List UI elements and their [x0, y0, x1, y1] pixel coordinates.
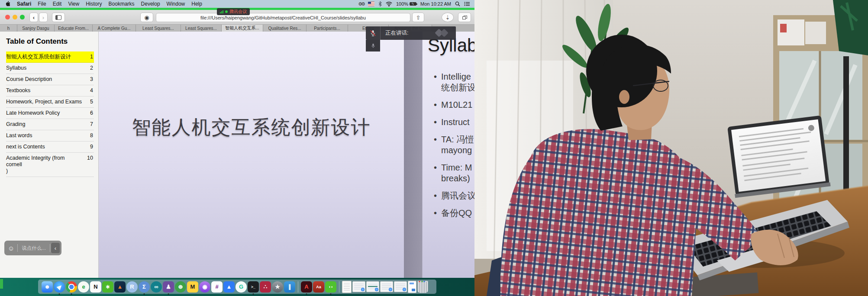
dock-sigma-app-icon[interactable]: Σ — [139, 281, 150, 293]
menu-safari[interactable]: Safari — [17, 1, 31, 7]
menu-bar: SafariFileEditViewHistoryBookmarksDevelo… — [0, 0, 474, 8]
dock-slack-icon[interactable]: # — [211, 281, 223, 293]
dock-window-thumbnail-icon[interactable] — [394, 281, 407, 292]
downloads-button[interactable]: ⇣ — [442, 13, 454, 22]
dock-terminal-icon[interactable]: >_ — [248, 281, 259, 293]
toc-item-1[interactable]: 智能人机交互系统创新设计1 — [6, 51, 94, 63]
dock-trello-icon[interactable]: ∥ — [284, 281, 295, 293]
menu-bookmarks[interactable]: Bookmarks — [109, 1, 135, 7]
tab-1[interactable]: Sanjoy Dasgu — [17, 25, 55, 32]
toc-item-page: 9 — [85, 144, 93, 150]
chat-collapse-button[interactable]: ‹ — [51, 243, 60, 253]
input-language-flag-icon[interactable] — [368, 2, 374, 6]
dock-acrobat-icon[interactable]: A — [301, 281, 312, 293]
gear-icon[interactable]: ⚙⚙ — [358, 1, 364, 7]
now-speaking-overlay[interactable]: 正在讲话: — [366, 26, 456, 40]
shared-desktop: SafariFileEditViewHistoryBookmarksDevelo… — [0, 0, 474, 296]
dock-arduino-icon[interactable]: ∞ — [151, 281, 162, 293]
menu-history[interactable]: History — [86, 1, 102, 7]
slide-bullet-1: •Intellige统创新设 — [434, 71, 474, 93]
window-zoom-button[interactable] — [20, 15, 25, 19]
dock-mindmap-app-icon[interactable]: ∗ — [102, 281, 113, 293]
toc-item-8[interactable]: Last words8 — [6, 130, 94, 142]
toc-item-page: 8 — [85, 132, 93, 139]
toc-list: 智能人机交互系统创新设计1Syllabus2Course Description… — [6, 51, 94, 177]
back-button[interactable]: ‹ — [29, 13, 38, 22]
menu-develop[interactable]: Develop — [141, 1, 160, 7]
dock-window-thumbnail-icon[interactable] — [380, 281, 393, 292]
toc-item-9[interactable]: next is Contents9 — [6, 142, 94, 153]
apple-logo-icon[interactable] — [5, 1, 11, 7]
dock-safari-icon[interactable]: ▶ — [54, 281, 65, 293]
toc-item-5[interactable]: Homework, Project, and Exams5 — [6, 97, 94, 108]
tab-7[interactable]: Qualitative Res... — [263, 25, 307, 32]
extension-button[interactable]: ◉ — [140, 13, 153, 22]
dock-molecule-app-icon[interactable]: ∴ — [260, 281, 271, 293]
dock-grammarly-icon[interactable]: G — [236, 281, 247, 293]
tab-4[interactable]: Least Squares... — [136, 25, 181, 32]
dock-dictionary-icon[interactable]: Aa — [313, 281, 324, 293]
chat-input-placeholder[interactable]: 说点什么... — [22, 245, 46, 251]
tab-8[interactable]: Participants... — [307, 25, 348, 32]
toc-item-page: 3 — [85, 76, 93, 83]
dock-matlab-icon[interactable]: ▲ — [114, 281, 126, 293]
dock-finder-icon[interactable]: ☻ — [42, 281, 53, 293]
menu-view[interactable]: View — [68, 1, 79, 7]
toc-item-7[interactable]: Grading7 — [6, 119, 94, 130]
emoji-icon[interactable]: ☺ — [8, 245, 14, 252]
dock-wechat-icon[interactable]: ◖◗ — [325, 281, 336, 293]
window-minimize-button[interactable] — [13, 15, 17, 19]
meeting-status-pill[interactable]: 腾讯会议 — [217, 8, 250, 15]
dock-github-icon[interactable]: ♟ — [163, 281, 174, 293]
toc-item-3[interactable]: Course Description3 — [6, 74, 94, 85]
dock-miro-icon[interactable]: M — [187, 281, 198, 293]
sidebar-toggle-button[interactable] — [52, 13, 65, 22]
dock-notion-icon[interactable]: N — [90, 281, 101, 293]
dock-star-app-icon[interactable]: ★ — [272, 281, 283, 293]
toc-item-page: 4 — [85, 87, 93, 94]
tab-overview-button[interactable] — [458, 13, 471, 22]
dock-r-app-icon[interactable]: R — [126, 281, 138, 293]
battery-indicator[interactable]: 100% ϟ — [396, 1, 416, 6]
list-menu-icon[interactable] — [464, 2, 470, 6]
dock-mountain-app-icon[interactable]: ▲ — [223, 281, 235, 293]
dock-document-thumbnail-icon[interactable] — [342, 281, 352, 293]
slide-bullet-2: •M10L21 — [434, 100, 474, 110]
dock-window-thumbnail-icon[interactable] — [366, 281, 379, 292]
dock-chrome-icon[interactable] — [66, 281, 77, 293]
slide-bullet-5: •Time: Mbreaks) — [434, 162, 474, 184]
spotlight-search-icon[interactable] — [455, 1, 460, 6]
dock-page-thumbnail-icon[interactable] — [408, 281, 416, 293]
toc-item-label: Syllabus — [6, 65, 26, 71]
menu-window[interactable]: Window — [167, 1, 185, 7]
toc-item-2[interactable]: Syllabus2 — [6, 63, 94, 74]
dock-atom-app-icon[interactable]: ⊛ — [175, 281, 186, 293]
wifi-icon[interactable] — [386, 2, 392, 6]
tab-0[interactable]: h — [0, 25, 17, 32]
bluetooth-icon[interactable] — [378, 1, 382, 6]
speaker-avatar-tile[interactable] — [366, 40, 380, 51]
next-slide-bullets: •Intellige统创新设•M10L21•Instruct•TA: 冯愷may… — [434, 71, 474, 225]
dock-podcasts-icon[interactable]: ◉ — [199, 281, 210, 293]
dock-trash-icon[interactable] — [417, 281, 428, 293]
menu-edit[interactable]: Edit — [53, 1, 62, 7]
toc-item-6[interactable]: Late Homework Policy6 — [6, 108, 94, 119]
share-button[interactable]: ⇧ — [412, 13, 424, 22]
forward-button[interactable]: › — [39, 13, 48, 22]
tab-5[interactable]: Least Squares... — [181, 25, 222, 32]
toc-item-4[interactable]: Textbooks4 — [6, 85, 94, 97]
address-bar[interactable]: file:///Users/haipengwang/GitHub/metapos… — [156, 13, 410, 22]
menu-file[interactable]: File — [38, 1, 46, 7]
tab-3[interactable]: A Complete Gu... — [93, 25, 136, 32]
menu-clock[interactable]: Mon 10:22 AM — [420, 1, 451, 6]
toc-item-label: Homework, Project, and Exams — [6, 99, 82, 105]
menu-help[interactable]: Help — [191, 1, 202, 7]
dock-evernote-icon[interactable]: e — [78, 281, 89, 293]
tab-6[interactable]: 智能人机交互系... — [222, 25, 263, 32]
dock-window-thumbnail-icon[interactable] — [352, 281, 365, 292]
toc-title: Table of Contents — [6, 37, 94, 46]
window-close-button[interactable] — [5, 15, 10, 19]
toc-item-10[interactable]: Academic Integrity (from cornell )10 — [6, 153, 94, 177]
tab-2[interactable]: Educate From... — [55, 25, 93, 32]
meeting-chat-widget[interactable]: ☺ 说点什么... ‹ — [4, 241, 61, 255]
